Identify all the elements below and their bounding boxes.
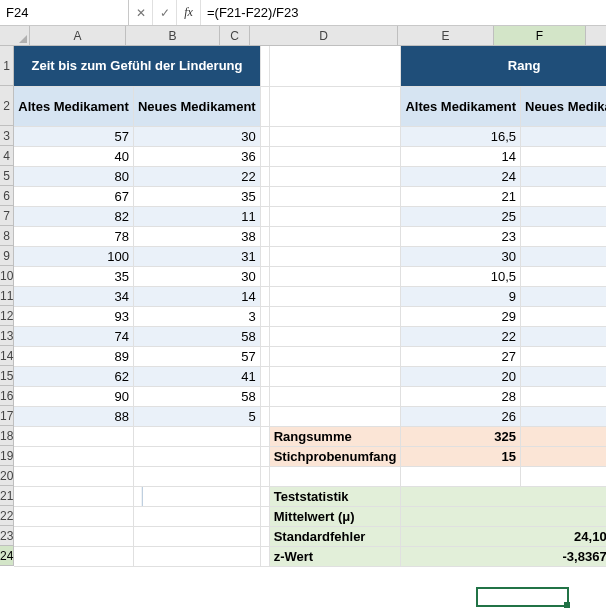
cell-E17[interactable]: 26 (401, 406, 521, 426)
cell-A19[interactable] (14, 446, 133, 466)
row-header-7[interactable]: 7 (0, 206, 14, 226)
cell-B11[interactable]: 14 (133, 286, 260, 306)
cell-A14[interactable]: 89 (14, 346, 133, 366)
cell-B20[interactable] (133, 466, 260, 486)
cell-C10[interactable] (260, 266, 269, 286)
cell-A8[interactable]: 78 (14, 226, 133, 246)
col-header-F[interactable]: F (494, 26, 586, 45)
cell-E8[interactable]: 23 (401, 226, 521, 246)
cell-E5[interactable]: 24 (401, 166, 521, 186)
cell-C8[interactable] (260, 226, 269, 246)
col-header-B[interactable]: B (126, 26, 220, 45)
cell-E6[interactable]: 21 (401, 186, 521, 206)
row-header-5[interactable]: 5 (0, 166, 14, 186)
cell-D13[interactable] (269, 326, 401, 346)
cell-C24[interactable] (260, 546, 269, 566)
cell-B4[interactable]: 36 (133, 146, 260, 166)
cell-D6[interactable] (269, 186, 401, 206)
cell-B8[interactable]: 38 (133, 226, 260, 246)
row-header-1[interactable]: 1 (0, 46, 14, 86)
cell-B17[interactable]: 5 (133, 406, 260, 426)
cell-C21[interactable] (260, 486, 269, 506)
cell-B3[interactable]: 30 (133, 126, 260, 146)
name-box[interactable] (0, 0, 120, 25)
row-header-11[interactable]: 11 (0, 286, 14, 306)
cell-F9[interactable]: 8 (521, 246, 607, 266)
row-header-16[interactable]: 16 (0, 386, 14, 406)
cell-B10[interactable]: 30 (133, 266, 260, 286)
cell-B21[interactable]: │ (133, 486, 260, 506)
row-header-10[interactable]: 10 (0, 266, 14, 286)
cell-C12[interactable] (260, 306, 269, 326)
cell-E10[interactable]: 10,5 (401, 266, 521, 286)
cell-E7[interactable]: 25 (401, 206, 521, 226)
cell-E14[interactable]: 27 (401, 346, 521, 366)
col-header-C[interactable]: C (220, 26, 250, 45)
cell-F4[interactable]: 12 (521, 146, 607, 166)
cell-A6[interactable]: 67 (14, 186, 133, 206)
cell-E2[interactable]: Altes Medikament (401, 86, 521, 126)
cell-D2[interactable] (269, 86, 401, 126)
cell-E22[interactable]: 232,5 (401, 506, 606, 526)
cell-D12[interactable] (269, 306, 401, 326)
cell-F11[interactable]: 4 (521, 286, 607, 306)
cell-C23[interactable] (260, 526, 269, 546)
cell-D3[interactable] (269, 126, 401, 146)
cell-D20[interactable] (269, 466, 401, 486)
cell-A16[interactable]: 90 (14, 386, 133, 406)
cell-C7[interactable] (260, 206, 269, 226)
col-header-A[interactable]: A (30, 26, 126, 45)
commit-formula-button[interactable]: ✓ (153, 0, 177, 25)
cell-E9[interactable]: 30 (401, 246, 521, 266)
cell-A1[interactable]: Zeit bis zum Gefühl der Linderung (14, 46, 260, 86)
row-header-22[interactable]: 22 (0, 506, 14, 526)
cell-F5[interactable]: 5 (521, 166, 607, 186)
cell-E18[interactable]: 325 (401, 426, 521, 446)
cell-D11[interactable] (269, 286, 401, 306)
cell-D8[interactable] (269, 226, 401, 246)
cell-C9[interactable] (260, 246, 269, 266)
cell-E3[interactable]: 16,5 (401, 126, 521, 146)
cell-B2[interactable]: Neues Medikament (133, 86, 260, 126)
cell-C17[interactable] (260, 406, 269, 426)
cell-A11[interactable]: 34 (14, 286, 133, 306)
row-header-13[interactable]: 13 (0, 326, 14, 346)
cell-F18[interactable]: 140 (521, 426, 607, 446)
cell-D5[interactable] (269, 166, 401, 186)
cell-F7[interactable]: 3 (521, 206, 607, 226)
cell-E21[interactable]: 140 (401, 486, 606, 506)
cell-A4[interactable]: 40 (14, 146, 133, 166)
cell-A12[interactable]: 93 (14, 306, 133, 326)
cell-D24[interactable]: z-Wert (269, 546, 401, 566)
cell-D1[interactable] (269, 46, 401, 86)
cell-F3[interactable]: 6,5 (521, 126, 607, 146)
row-header-4[interactable]: 4 (0, 146, 14, 166)
insert-function-button[interactable]: fx (177, 0, 201, 25)
row-header-8[interactable]: 8 (0, 226, 14, 246)
cell-D4[interactable] (269, 146, 401, 166)
cell-C5[interactable] (260, 166, 269, 186)
col-header-D[interactable]: D (250, 26, 398, 45)
cell-D15[interactable] (269, 366, 401, 386)
formula-input[interactable] (201, 0, 606, 25)
cell-E19[interactable]: 15 (401, 446, 521, 466)
cell-D22[interactable]: Mittelwert (μ) (269, 506, 401, 526)
row-header-2[interactable]: 2 (0, 86, 14, 126)
cell-C11[interactable] (260, 286, 269, 306)
cell-B9[interactable]: 31 (133, 246, 260, 266)
cell-E1[interactable]: Rang (401, 46, 606, 86)
cell-A10[interactable]: 35 (14, 266, 133, 286)
cell-F16[interactable]: 18,5 (521, 386, 607, 406)
cells[interactable]: Zeit bis zum Gefühl der Linderung Rang A… (14, 46, 606, 567)
cell-A21[interactable] (14, 486, 133, 506)
cell-B16[interactable]: 58 (133, 386, 260, 406)
cell-C18[interactable] (260, 426, 269, 446)
select-all-corner[interactable] (0, 26, 30, 45)
cell-E12[interactable]: 29 (401, 306, 521, 326)
row-header-14[interactable]: 14 (0, 346, 14, 366)
cell-D23[interactable]: Standardfehler (269, 526, 401, 546)
cell-C1[interactable] (260, 46, 269, 86)
cell-F8[interactable]: 13 (521, 226, 607, 246)
cell-D19[interactable]: Stichprobenumfang (269, 446, 401, 466)
cell-E20[interactable] (401, 466, 521, 486)
